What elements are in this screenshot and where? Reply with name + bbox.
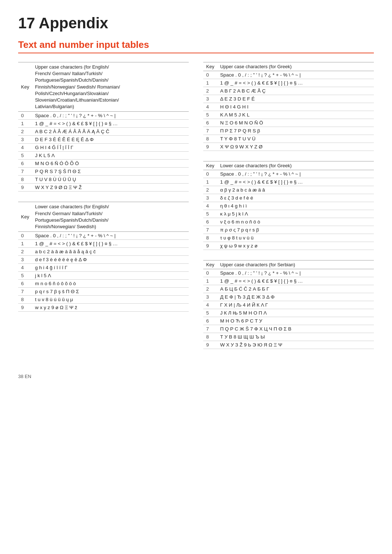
chars-cell: Δ Ε Ζ 3 D E F É <box>217 95 374 103</box>
chars-cell: d e f 3 è é ê ë ė ę ē Δ Φ <box>32 256 189 264</box>
table-row: 11 @ _ # = < > ( ) & € £ $ ¥ [ ] { } ¤ §… <box>203 79 374 87</box>
chars-cell: Space . 0 , / : ; " ' ! ¡ ? ¿ * + - % \ … <box>32 112 189 120</box>
table-row: 6М Н О Ћ 6 Р С Т У <box>203 317 374 325</box>
key-cell: 3 <box>18 256 32 264</box>
table-row: 4g h i 4 ğ í î ï ī Γ <box>18 264 189 272</box>
table-row: 0Space . 0 , / : ; " ' ! ¡ ? ¿ * + - % \… <box>18 232 189 240</box>
chars-cell: П Q Р С Ж Š 7 Ф Х Ц Ч П Θ Σ Β <box>217 325 374 333</box>
key-cell: 8 <box>18 296 32 304</box>
page-number: 38 <box>18 374 23 379</box>
chars-cell: g h i 4 ğ í î ï ī Γ <box>32 264 189 272</box>
chars-cell: 1 @ _ # = < > ( ) & € £ $ ¥ [ ] { } ¤ § … <box>217 277 374 285</box>
key-cell: 6 <box>203 317 217 325</box>
key-cell: 4 <box>203 202 217 210</box>
chars-cell: Π Ρ Σ 7 P Q R S β <box>217 127 374 135</box>
chars-cell: π ρ σ ς 7 p q r s β <box>217 226 374 234</box>
key-cell: 0 <box>203 170 217 178</box>
chars-cell: α β γ 2 a b c à æ ä â <box>217 186 374 194</box>
table-row: 6m n o 6 ñ ó ô õ ö ò <box>18 280 189 288</box>
chars-cell: Т У В 8 Ш Щ Ш Ъ Ы <box>217 333 374 341</box>
key-cell: 9 <box>203 143 217 151</box>
key-cell: 2 <box>203 285 217 293</box>
chars-cell: 1 @ _ # = < > ( ) & € £ $ ¥ [ ] { } ¤ § … <box>32 120 189 128</box>
chars-cell: ν ξ ο 6 m n o ñ ö ò <box>217 218 374 226</box>
table-row: 8Τ Υ Φ 8 T U V Ü <box>203 135 374 143</box>
chars-cell: G H I 4 Ğ Í Î | Ï Ī Γ <box>32 144 189 152</box>
left-upper-english-table: Key Upper case characters (for English/F… <box>18 62 189 192</box>
key-col-header: Key <box>18 62 32 112</box>
table-row: 8τ υ φ 8 t u v ù ü <box>203 234 374 242</box>
chapter-heading: 17 Appendix <box>18 15 374 32</box>
chars-cell: W X Y Z 9 Ø Ω Ξ Ψ Ž <box>32 184 189 192</box>
chars-cell: М Н О Ћ 6 Р С Т У <box>217 317 374 325</box>
table-row: 7p q r s 7 β ş š Π Θ Σ <box>18 288 189 296</box>
table-row: 2Α Β Γ 2 A B C Æ Å Ç <box>203 87 374 95</box>
table-row: 9Χ Ψ Ω 9 W X Y Z Ø <box>203 143 374 151</box>
key-cell: 2 <box>18 248 32 256</box>
table-row: 7П Q Р С Ж Š 7 Ф Х Ц Ч П Θ Σ Β <box>203 325 374 333</box>
chars-cell: Ј К Л Њ 5 М Н О П Λ <box>217 309 374 317</box>
table-row: 9W Х У З Ž 9 Ь Э Ю Я Ω Ξ Ψ <box>203 341 374 349</box>
table-row: 4Г Х И | Љ 4 И Й К Λ Γ <box>203 301 374 309</box>
key-cell: 4 <box>18 144 32 152</box>
page-lang: EN <box>25 374 31 379</box>
chars-cell: j k l 5 Λ <box>32 272 189 280</box>
key-cell: 6 <box>203 119 217 127</box>
table-row: 11 @ _ # = < > ( ) & € £ $ ¥ [ ] { } ¤ §… <box>203 178 374 186</box>
chars-cell: Д Е Ф | Ђ 3 Д Е Ж З Δ Φ <box>217 293 374 301</box>
table-row: 8Т У В 8 Ш Щ Ш Ъ Ы <box>203 333 374 341</box>
table-row: 0Space . 0 , / : ; " ' ! ¡ ? ¿ * + - % \… <box>203 71 374 79</box>
key-cell: 5 <box>203 309 217 317</box>
chars-cell: Κ Λ Μ 5 J K L <box>217 111 374 119</box>
right-lower-greek-table: Key Lower case characters (for Greek) 0S… <box>203 161 374 250</box>
key-cell: 5 <box>18 152 32 160</box>
chars-cell: Η Θ Ι 4 G H I <box>217 103 374 111</box>
chapter-title: 17 Appendix <box>18 15 374 32</box>
right-upper-serbian-table: Key Upper case characters (for Serbian) … <box>203 260 374 349</box>
key-cell: 3 <box>203 95 217 103</box>
section-title: Text and number input tables <box>18 39 374 53</box>
key-cell: 8 <box>203 234 217 242</box>
key-cell: 2 <box>203 186 217 194</box>
chars-cell: η θ ι 4 g h i ì <box>217 202 374 210</box>
key-cell: 6 <box>18 280 32 288</box>
key-cell: 9 <box>203 341 217 349</box>
table-row: 3Д Е Ф | Ђ 3 Д Е Ж З Δ Φ <box>203 293 374 301</box>
key-cell: 3 <box>203 293 217 301</box>
key-cell: 9 <box>18 184 32 192</box>
key-cell: 1 <box>18 120 32 128</box>
chars-cell: Space . 0 , / : ; " ' ! ¡ ? ¿ * + - % \ … <box>217 170 374 178</box>
key-col-header: Key <box>203 62 217 71</box>
key-cell: 9 <box>203 242 217 250</box>
chars-cell: 1 @ _ # = < > ( ) & € £ $ ¥ [ ] { } ¤ § … <box>217 178 374 186</box>
table-row: 5Κ Λ Μ 5 J K L <box>203 111 374 119</box>
table-row: 6ν ξ ο 6 m n o ñ ö ò <box>203 218 374 226</box>
key-cell: 2 <box>18 128 32 136</box>
key-cell: 3 <box>18 136 32 144</box>
key-cell: 7 <box>203 127 217 135</box>
lower-greek-header: Lower case characters (for Greek) <box>217 161 374 170</box>
key-cell: 0 <box>203 269 217 277</box>
key-cell: 5 <box>203 210 217 218</box>
table-row: 7π ρ σ ς 7 p q r s β <box>203 226 374 234</box>
table-row: 4G H I 4 Ğ Í Î | Ï Ī Γ <box>18 144 189 152</box>
chars-cell: D E F 3 È É Ê Ë Ė Ę Ē Δ Φ <box>32 136 189 144</box>
chars-cell: Г Х И | Љ 4 И Й К Λ Γ <box>217 301 374 309</box>
key-cell: 4 <box>203 103 217 111</box>
key-cell: 8 <box>203 135 217 143</box>
table-row: 11 @ _ # = < > ( ) & € £ $ ¥ [ ] { } ¤ §… <box>18 240 189 248</box>
chars-cell: Space . 0 , / : ; " ' ! ¡ ? ¿ * + - % \ … <box>217 269 374 277</box>
table-row: 9w x y z 9 ø Ω Ξ Ψ ž <box>18 304 189 312</box>
table-row: 11 @ _ # = < > ( ) & € £ $ ¥ [ ] { } ¤ §… <box>203 277 374 285</box>
key-cell: 2 <box>203 87 217 95</box>
key-cell: 4 <box>203 301 217 309</box>
left-lower-english-table: Key Lower case characters (for English/F… <box>18 202 189 312</box>
table-row: 4Η Θ Ι 4 G H I <box>203 103 374 111</box>
key-cell: 6 <box>18 160 32 168</box>
key-cell: 7 <box>18 168 32 176</box>
chars-cell: Ν Ξ Ο 6 M N O Ñ Ö <box>217 119 374 127</box>
chars-cell: p q r s 7 β ş š Π Θ Σ <box>32 288 189 296</box>
chars-cell: Τ Υ Φ 8 T U V Ü <box>217 135 374 143</box>
page-layout: Key Upper case characters (for English/F… <box>18 62 374 359</box>
chars-cell: А Б Ц Б Ć Č 2 А Б Б Г <box>217 285 374 293</box>
